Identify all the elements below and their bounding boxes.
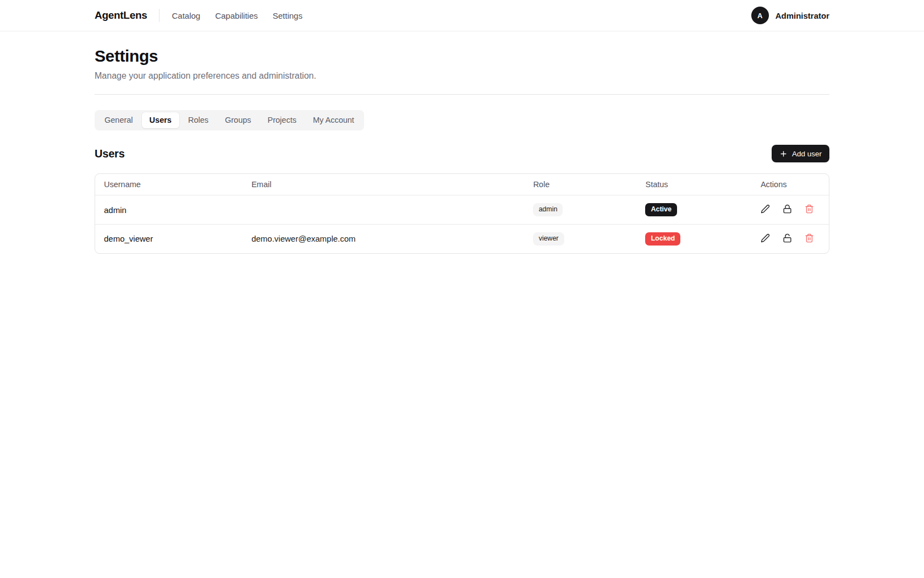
edit-user-button[interactable]: [761, 233, 770, 244]
page-title: Settings: [95, 47, 829, 66]
nav-divider: [159, 9, 160, 22]
tab-my-account[interactable]: My Account: [305, 112, 362, 128]
page-subtitle: Manage your application preferences and …: [95, 71, 829, 81]
add-user-button[interactable]: Add user: [772, 145, 829, 162]
table-row: admin admin Active: [95, 195, 829, 225]
top-nav: AgentLens Catalog Capabilities Settings …: [0, 0, 924, 31]
settings-tabs: General Users Roles Groups Projects My A…: [95, 110, 364, 130]
users-heading: Users: [95, 148, 125, 160]
user-menu[interactable]: A Administrator: [751, 7, 829, 24]
column-header-role: Role: [524, 174, 636, 195]
brand-logo[interactable]: AgentLens: [95, 9, 147, 21]
tab-users[interactable]: Users: [142, 112, 179, 128]
users-table-card: Username Email Role Status Actions admin…: [95, 173, 829, 253]
lock-user-button[interactable]: [783, 204, 792, 215]
actions-cell: [752, 195, 829, 225]
role-cell: viewer: [524, 225, 636, 253]
column-header-email: Email: [243, 174, 524, 195]
email-cell: [243, 195, 524, 225]
actions-cell: [752, 225, 829, 253]
users-section-header: Users Add user: [95, 145, 829, 162]
pencil-icon: [761, 204, 770, 215]
role-cell: admin: [524, 195, 636, 225]
user-name: Administrator: [776, 11, 829, 20]
tab-general[interactable]: General: [97, 112, 141, 128]
column-header-username: Username: [95, 174, 243, 195]
tab-projects[interactable]: Projects: [260, 112, 304, 128]
trash-icon: [805, 204, 814, 215]
nav-link-catalog[interactable]: Catalog: [172, 11, 200, 20]
column-header-actions: Actions: [752, 174, 829, 195]
delete-user-button[interactable]: [805, 233, 814, 244]
role-badge: admin: [533, 203, 563, 216]
email-cell: demo.viewer@example.com: [243, 225, 524, 253]
tab-groups[interactable]: Groups: [217, 112, 259, 128]
section-divider: [95, 94, 829, 95]
role-badge: viewer: [533, 232, 564, 246]
status-cell: Locked: [636, 225, 751, 253]
edit-user-button[interactable]: [761, 204, 770, 215]
avatar[interactable]: A: [751, 7, 769, 24]
status-badge: Locked: [645, 232, 680, 246]
plus-icon: [779, 150, 788, 158]
table-header-row: Username Email Role Status Actions: [95, 174, 829, 195]
nav-link-settings[interactable]: Settings: [273, 11, 302, 20]
delete-user-button[interactable]: [805, 204, 814, 215]
settings-page: Settings Manage your application prefere…: [95, 31, 829, 254]
unlock-user-button[interactable]: [783, 233, 792, 244]
username-cell: admin: [95, 195, 243, 225]
status-badge: Active: [645, 203, 677, 216]
users-table: Username Email Role Status Actions admin…: [95, 174, 829, 253]
primary-nav: Catalog Capabilities Settings: [172, 11, 302, 20]
status-cell: Active: [636, 195, 751, 225]
tab-roles[interactable]: Roles: [180, 112, 216, 128]
nav-link-capabilities[interactable]: Capabilities: [215, 11, 258, 20]
lock-open-icon: [783, 233, 792, 244]
table-row: demo_viewer demo.viewer@example.com view…: [95, 225, 829, 253]
pencil-icon: [761, 233, 770, 244]
add-user-button-label: Add user: [792, 150, 822, 158]
username-cell: demo_viewer: [95, 225, 243, 253]
trash-icon: [805, 233, 814, 244]
column-header-status: Status: [636, 174, 751, 195]
lock-icon: [783, 204, 792, 215]
